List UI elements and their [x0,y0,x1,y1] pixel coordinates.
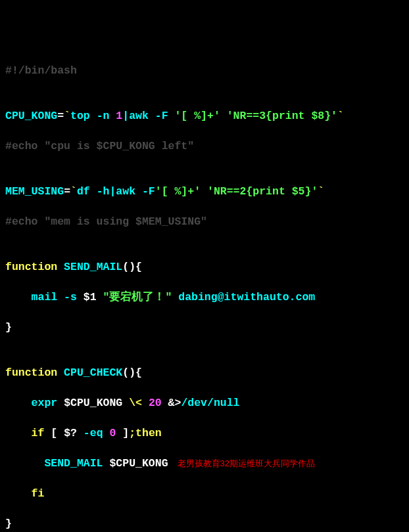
code-line: function SEND_MAIL(){ [5,259,404,275]
code-line: #echo "mem is using $MEM_USING" [5,214,404,229]
code-line: #echo "cpu is $CPU_KONG left" [5,139,404,154]
code-line: if [ $? -eq 0 ];then [5,426,404,441]
code-line: fi [5,486,404,501]
func-name: CPU_CHECK [57,366,122,379]
comment: #echo "cpu is $CPU_KONG left" [5,140,194,152]
code-line: function CPU_CHECK(){ [5,365,404,380]
code-line: } [5,516,404,531]
code-line: MEM_USING=`df -h|awk -F'[ %]+' 'NR==2{pr… [5,184,404,199]
shebang: #!/bin/bash [5,64,77,77]
code-line: SEND_MAIL $CPU_KONG老男孩教育32期运维班大兵同学作品 [5,456,404,471]
var-name: MEM_USING [5,185,64,198]
keyword-function: function [5,261,57,273]
comment: #echo "mem is using $MEM_USING" [5,215,207,228]
code-line: #!/bin/bash [5,63,404,78]
func-name: SEND_MAIL [57,261,122,273]
code-line: expr $CPU_KONG \< 20 &>/dev/null [5,395,404,410]
code-line: } [5,320,404,335]
code-line: mail -s $1 "要宕机了！" dabing@itwithauto.com [5,290,404,305]
code-line: CPU_KONG=`top -n 1|awk -F '[ %]+' 'NR==3… [5,108,404,123]
author-annotation: 老男孩教育32期运维班大兵同学作品 [178,458,315,468]
keyword-function: function [5,366,57,379]
var-name: CPU_KONG [5,110,57,122]
